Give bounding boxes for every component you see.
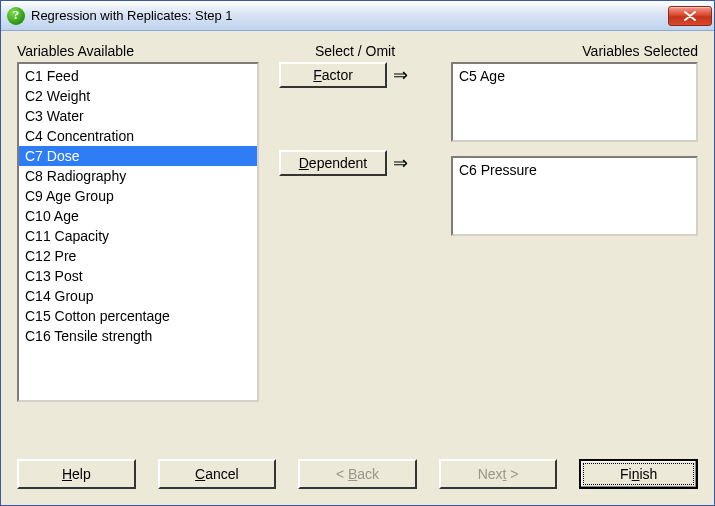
list-item[interactable]: C4 Concentration [19, 126, 257, 146]
columns: Variables Available C1 FeedC2 WeightC3 W… [17, 43, 698, 402]
list-item[interactable]: C8 Radiography [19, 166, 257, 186]
available-label: Variables Available [17, 43, 259, 59]
list-item[interactable]: C3 Water [19, 106, 257, 126]
list-item[interactable]: C12 Pre [19, 246, 257, 266]
list-item[interactable]: C9 Age Group [19, 186, 257, 206]
help-icon [7, 7, 25, 25]
list-item[interactable]: C16 Tensile strength [19, 326, 257, 346]
available-column: Variables Available C1 FeedC2 WeightC3 W… [17, 43, 259, 402]
select-omit-label: Select / Omit [279, 43, 431, 59]
back-button: < Back [298, 459, 417, 489]
factor-button[interactable]: Factor [279, 62, 387, 88]
finish-button[interactable]: Finish [579, 459, 698, 489]
list-item[interactable]: C2 Weight [19, 86, 257, 106]
factor-row: Factor ⇒ [279, 62, 431, 88]
dialog-window: Regression with Replicates: Step 1 Varia… [0, 0, 715, 506]
list-item[interactable]: C10 Age [19, 206, 257, 226]
list-item[interactable]: C5 Age [459, 68, 690, 84]
list-item[interactable]: C6 Pressure [459, 162, 690, 178]
list-item[interactable]: C11 Capacity [19, 226, 257, 246]
close-button[interactable] [668, 6, 712, 26]
spacer [451, 142, 698, 156]
dependent-row: Dependent ⇒ [279, 150, 431, 176]
dialog-content: Variables Available C1 FeedC2 WeightC3 W… [1, 31, 714, 447]
close-icon [684, 11, 696, 21]
factor-listbox[interactable]: C5 Age [451, 62, 698, 142]
selected-label: Variables Selected [451, 43, 698, 59]
titlebar: Regression with Replicates: Step 1 [1, 1, 714, 31]
window-title: Regression with Replicates: Step 1 [31, 8, 668, 23]
list-item[interactable]: C15 Cotton percentage [19, 306, 257, 326]
dependent-listbox[interactable]: C6 Pressure [451, 156, 698, 236]
selected-column: Variables Selected C5 Age C6 Pressure [451, 43, 698, 236]
cancel-button[interactable]: Cancel [158, 459, 277, 489]
list-item[interactable]: C13 Post [19, 266, 257, 286]
available-listbox[interactable]: C1 FeedC2 WeightC3 WaterC4 Concentration… [17, 62, 259, 402]
help-button[interactable]: Help [17, 459, 136, 489]
footer: Help Cancel < Back Next > Finish [1, 447, 714, 505]
list-item[interactable]: C1 Feed [19, 66, 257, 86]
dependent-button[interactable]: Dependent [279, 150, 387, 176]
list-item[interactable]: C14 Group [19, 286, 257, 306]
select-omit-column: Select / Omit Factor ⇒ Dependent ⇒ [279, 43, 431, 186]
arrow-icon: ⇒ [393, 154, 408, 172]
list-item[interactable]: C7 Dose [19, 146, 257, 166]
arrow-icon: ⇒ [393, 66, 408, 84]
next-button: Next > [439, 459, 558, 489]
